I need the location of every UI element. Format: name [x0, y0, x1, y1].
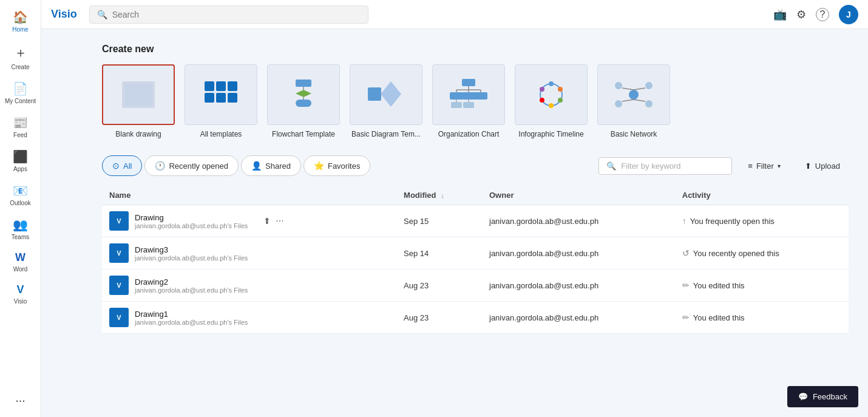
search-box[interactable]: 🔍: [89, 5, 368, 24]
table-row[interactable]: V Drawing2 janivan.gordola.ab@ust.edu.ph…: [102, 270, 849, 302]
create-icon: ＋: [14, 44, 27, 62]
svg-rect-5: [205, 93, 214, 103]
filter-chevron-icon: ▾: [778, 163, 781, 169]
svg-line-43: [622, 100, 634, 101]
all-tab-icon: ⊙: [112, 161, 120, 171]
settings-icon[interactable]: ⚙: [796, 8, 806, 21]
sidebar-item-teams[interactable]: 👥 Teams: [1, 212, 40, 245]
outlook-icon: 📧: [13, 183, 28, 198]
svg-rect-26: [451, 102, 462, 108]
blank-drawing-svg: [117, 76, 160, 113]
svg-rect-2: [205, 81, 214, 91]
search-icon: 🔍: [97, 10, 107, 19]
template-infographic-label: Infographic Timeline: [518, 130, 583, 138]
visio-file-icon: V: [109, 243, 129, 263]
sidebar-item-create[interactable]: ＋ Create: [1, 39, 40, 75]
file-activity: ↺ You recently opened this: [675, 237, 849, 270]
svg-rect-13: [368, 87, 381, 101]
svg-point-40: [645, 100, 653, 107]
table-row[interactable]: V Drawing janivan.gordola.ab@ust.edu.ph'…: [102, 205, 849, 237]
my-content-icon: 📄: [13, 81, 28, 96]
sidebar-item-apps[interactable]: ⬛ Apps: [1, 144, 40, 177]
visio-sidebar-icon: V: [16, 283, 24, 296]
table-row[interactable]: V Drawing3 janivan.gordola.ab@ust.edu.ph…: [102, 237, 849, 270]
svg-line-42: [634, 88, 645, 90]
svg-point-36: [629, 90, 639, 100]
sidebar-item-outlook[interactable]: 📧 Outlook: [1, 178, 40, 211]
file-name-cell: V Drawing1 janivan.gordola.ab@ust.edu.ph…: [102, 302, 396, 334]
template-all[interactable]: All templates: [185, 64, 257, 138]
template-all-thumb: [185, 64, 257, 125]
file-modified: Aug 23: [396, 302, 482, 334]
svg-rect-4: [228, 81, 237, 91]
org-chart-svg: [447, 76, 490, 113]
basic-network-svg: [612, 76, 655, 113]
file-activity: ↑ You frequently open this: [675, 205, 849, 237]
column-name: Name: [102, 186, 396, 205]
table-row[interactable]: V Drawing1 janivan.gordola.ab@ust.edu.ph…: [102, 302, 849, 334]
share-icon[interactable]: ⬆: [263, 216, 271, 226]
upload-icon: ⬆: [805, 161, 812, 171]
avatar[interactable]: J: [839, 5, 858, 24]
upload-button[interactable]: ⬆ Upload: [796, 158, 849, 174]
more-icon: ···: [15, 393, 25, 407]
file-name-cell: V Drawing janivan.gordola.ab@ust.edu.ph'…: [102, 205, 396, 237]
table-header-row: Name Modified ↓ Owner Activity: [102, 186, 849, 205]
template-basic-network[interactable]: Basic Network: [597, 64, 670, 138]
feedback-button[interactable]: 💬 Feedback: [787, 386, 858, 407]
activity-icon: ↺: [682, 248, 690, 258]
sidebar-item-feed[interactable]: 📰 Feed: [1, 110, 40, 143]
tab-recently-opened[interactable]: 🕐 Recently opened: [144, 155, 239, 176]
svg-point-32: [558, 98, 563, 103]
svg-point-30: [549, 81, 554, 86]
home-icon: 🏠: [13, 10, 28, 24]
filter-button[interactable]: ≡ Filter ▾: [739, 158, 788, 174]
svg-line-44: [634, 100, 645, 101]
svg-point-31: [558, 87, 563, 92]
svg-point-34: [540, 98, 544, 103]
all-templates-svg: [200, 76, 242, 113]
search-input[interactable]: [112, 10, 361, 19]
tab-favorites[interactable]: ⭐ Favorites: [303, 155, 370, 176]
tab-all[interactable]: ⊙ All: [102, 155, 142, 176]
more-options-icon[interactable]: ···: [276, 215, 283, 226]
recently-opened-icon: 🕐: [155, 161, 165, 171]
svg-rect-22: [450, 92, 463, 100]
template-org-chart-label: Organization Chart: [438, 130, 500, 138]
sidebar-item-home[interactable]: 🏠 Home: [1, 5, 40, 38]
visio-file-icon: V: [109, 211, 129, 231]
main-content: Create new Blank drawing: [83, 29, 868, 417]
tv-icon[interactable]: 📺: [773, 8, 787, 21]
sidebar-item-word[interactable]: W Word: [1, 246, 40, 277]
word-icon: W: [15, 251, 25, 264]
template-blank[interactable]: Blank drawing: [102, 64, 175, 138]
template-org-chart-thumb: [432, 64, 505, 125]
template-flowchart[interactable]: Flowchart Template: [267, 64, 340, 138]
sidebar-more[interactable]: ···: [1, 388, 40, 412]
svg-point-38: [645, 82, 653, 89]
file-owner: janivan.gordola.ab@ust.edu.ph: [482, 270, 675, 302]
file-modified: Sep 14: [396, 237, 482, 270]
filter-input[interactable]: 🔍 Filter by keyword: [598, 157, 732, 175]
activity-icon: ✏: [682, 280, 690, 290]
sidebar: 🏠 Home ＋ Create 📄 My Content 📰 Feed ⬛ Ap…: [0, 0, 41, 417]
svg-point-29: [540, 84, 562, 106]
templates-row: Blank drawing All templates: [102, 64, 849, 138]
sidebar-item-visio[interactable]: V Visio: [1, 279, 40, 310]
svg-point-37: [615, 82, 622, 89]
visio-file-icon: V: [109, 276, 129, 295]
template-basic-network-label: Basic Network: [611, 130, 657, 138]
help-icon[interactable]: ?: [816, 8, 829, 21]
tab-shared[interactable]: 👤 Shared: [241, 155, 301, 176]
file-name-cell: V Drawing3 janivan.gordola.ab@ust.edu.ph…: [102, 237, 396, 270]
column-modified[interactable]: Modified ↓: [396, 186, 482, 205]
shared-icon: 👤: [251, 161, 262, 171]
template-basic-diagram[interactable]: Basic Diagram Tem...: [350, 64, 422, 138]
filter-area: 🔍 Filter by keyword ≡ Filter ▾ ⬆ Upload: [598, 157, 849, 175]
sidebar-item-my-content[interactable]: 📄 My Content: [1, 76, 40, 109]
brand-label: Visio: [51, 8, 77, 21]
file-modified: Sep 15: [396, 205, 482, 237]
template-org-chart[interactable]: Organization Chart: [432, 64, 505, 138]
template-infographic[interactable]: Infographic Timeline: [515, 64, 588, 138]
svg-rect-24: [474, 92, 487, 100]
